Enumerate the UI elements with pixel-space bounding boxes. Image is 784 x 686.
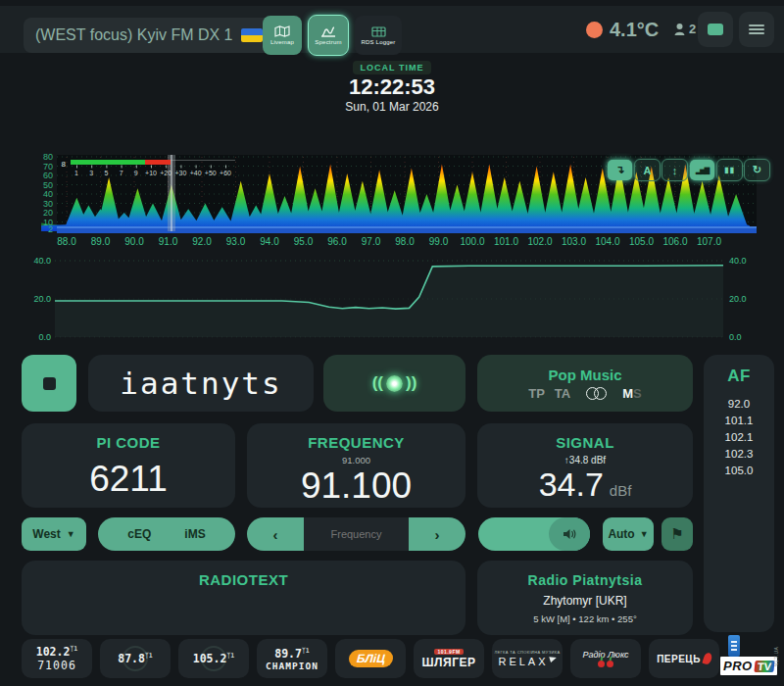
spectrum-hold-button[interactable]: ▂▅▇ xyxy=(690,160,714,180)
af-value[interactable]: 101.1 xyxy=(704,413,774,429)
svg-text:+30: +30 xyxy=(174,170,186,176)
preset-button-1[interactable]: 102.2ᛉ1 71006 xyxy=(22,639,92,678)
preset-button-3[interactable]: 105.2ᛉ1 xyxy=(178,639,249,678)
preset-button-2[interactable]: 87.8ᛉ1 xyxy=(100,639,171,678)
stop-audio-button[interactable] xyxy=(22,355,76,412)
preset-logo-shlyager[interactable]: 101.9FM ШЛЯГЕР xyxy=(414,639,484,678)
pause-button[interactable]: ▮▮ xyxy=(717,160,742,180)
protv-tv-text: TV xyxy=(754,661,774,672)
ceq-toggle[interactable]: cEQ xyxy=(127,527,151,541)
svg-text:20: 20 xyxy=(43,208,53,218)
local-clock: LOCAL TIME 12:22:53 Sun, 01 Mar 2026 xyxy=(0,57,784,114)
autoscale-button[interactable]: A xyxy=(635,160,660,180)
preset-frequency: 102.2 xyxy=(36,645,71,659)
map-icon xyxy=(274,25,290,37)
server-title-select[interactable]: (WEST focus) Kyiv FM DX 1 ▼ xyxy=(24,18,292,53)
menu-button[interactable] xyxy=(739,12,774,47)
band-spectrum-chart[interactable]: 8070605040302010288.089.090.091.092.093.… xyxy=(20,147,776,251)
livemap-button[interactable]: Livemap xyxy=(263,16,302,55)
af-value[interactable]: 102.3 xyxy=(704,446,774,463)
signal-value: 34.7 xyxy=(539,466,604,504)
tune-up-button[interactable]: › xyxy=(409,517,466,551)
signal-beacon-panel: (( )) xyxy=(323,355,466,412)
vertical-zoom-button[interactable]: ↕ xyxy=(662,160,687,180)
preset-button-4[interactable]: 89.7ᛉ1 CHAMPION xyxy=(257,639,327,678)
svg-text:104.0: 104.0 xyxy=(595,236,619,247)
rds-logger-label: RDS Logger xyxy=(361,39,395,45)
svg-text:60: 60 xyxy=(43,171,53,180)
svg-text:20.0: 20.0 xyxy=(33,294,51,304)
af-value[interactable]: 102.1 xyxy=(704,429,774,446)
svg-text:0.0: 0.0 xyxy=(729,332,742,342)
rds-logger-button[interactable]: RDS Logger xyxy=(355,16,402,55)
frequency-input[interactable] xyxy=(308,527,405,541)
af-list: 92.0101.1102.1102.3105.0 xyxy=(704,396,774,479)
frequency-input-wrap xyxy=(304,517,409,551)
exit-button[interactable]: ↴ xyxy=(608,160,632,180)
af-value[interactable]: 92.0 xyxy=(704,396,774,413)
local-time-label: LOCAL TIME xyxy=(353,61,432,74)
frequency-value: 91.100 xyxy=(247,466,466,507)
antenna-select-value: West xyxy=(32,527,60,541)
local-date-value: Sun, 01 Mar 2026 xyxy=(0,100,784,114)
stereo-icon xyxy=(586,387,607,400)
volume-handle[interactable] xyxy=(549,517,590,551)
signal-title: SIGNAL xyxy=(477,434,693,451)
preset-logo-blitz[interactable]: БЛіЦ xyxy=(335,639,406,678)
relax-logo: RELAX xyxy=(498,656,548,667)
svg-text:50: 50 xyxy=(43,180,53,190)
svg-text:5: 5 xyxy=(104,170,108,176)
chat-button[interactable] xyxy=(698,12,733,47)
af-value[interactable]: 105.0 xyxy=(704,463,774,479)
station-info-panel: Radio Piatnytsia Zhytomyr [UKR] 5 kW [M]… xyxy=(477,561,693,635)
svg-text:20.0: 20.0 xyxy=(729,294,747,304)
preset-frequency: 89.7 xyxy=(274,647,302,661)
spectrum-button[interactable]: Spectrum xyxy=(309,16,348,55)
chat-icon xyxy=(708,24,723,35)
livemap-label: Livemap xyxy=(270,39,294,45)
frequency-title: FREQUENCY xyxy=(247,434,466,451)
frequency-exact: 91.000 xyxy=(247,455,466,466)
volume-slider[interactable] xyxy=(478,517,590,551)
af-title: AF xyxy=(704,367,774,386)
svg-text:102.0: 102.0 xyxy=(527,236,552,247)
flag-icon: ⚑ xyxy=(670,525,683,543)
station-name: Radio Piatnytsia xyxy=(477,572,693,588)
svg-text:40: 40 xyxy=(43,189,53,199)
beacon-ghost-icon xyxy=(122,646,148,671)
svg-text:9: 9 xyxy=(134,170,138,176)
beacon-left-waves-icon: (( xyxy=(372,373,383,393)
flag-report-button[interactable]: ⚑ xyxy=(662,517,693,551)
auto-mode-value: Auto xyxy=(608,527,634,541)
antenna-select[interactable]: West ▼ xyxy=(22,517,86,551)
beacon-ghost-icon xyxy=(201,646,226,671)
tp-flag: TP xyxy=(528,386,545,401)
listener-count: 2 xyxy=(674,22,696,36)
pi-code-title: PI CODE xyxy=(22,434,235,451)
table-grid-icon xyxy=(371,26,386,37)
preset-logo-perets[interactable]: ПЕРЕЦЬ xyxy=(649,639,719,678)
auto-mode-select[interactable]: Auto ▼ xyxy=(603,517,654,551)
svg-text:40.0: 40.0 xyxy=(729,256,747,266)
svg-text:98.0: 98.0 xyxy=(395,236,415,247)
svg-text:+40: +40 xyxy=(190,170,202,176)
preset-logo-lux[interactable]: Радіо Люкс xyxy=(570,639,641,678)
station-location: Zhytomyr [UKR] xyxy=(477,594,693,608)
svg-text:106.0: 106.0 xyxy=(662,236,687,247)
speaker-icon xyxy=(563,528,576,540)
preset-name: CHAMPION xyxy=(266,661,318,671)
protv-pro-text: PRO xyxy=(723,659,753,673)
ims-toggle[interactable]: iMS xyxy=(184,527,205,541)
radiotext-title: RADIOTEXT xyxy=(22,571,466,588)
refresh-button[interactable]: ↻ xyxy=(745,160,769,180)
pty-panel: Pop Music TP TA MS xyxy=(477,355,693,412)
ukraine-flag-icon xyxy=(241,28,263,42)
server-title: (WEST focus) Kyiv FM DX 1 xyxy=(35,26,233,44)
preset-logo-relax[interactable]: ЛЕГКА ТА СПОКІЙНА МУЗИКА RELAX xyxy=(492,639,563,678)
local-time-value: 12:22:53 xyxy=(0,74,784,100)
spectrum-label: Spectrum xyxy=(315,39,341,45)
tune-down-button[interactable]: ‹ xyxy=(247,517,304,551)
speech-flag: S xyxy=(633,386,642,401)
top-bar: (WEST focus) Kyiv FM DX 1 ▼ Livemap Spec… xyxy=(0,6,784,53)
svg-text:0.0: 0.0 xyxy=(38,332,51,342)
